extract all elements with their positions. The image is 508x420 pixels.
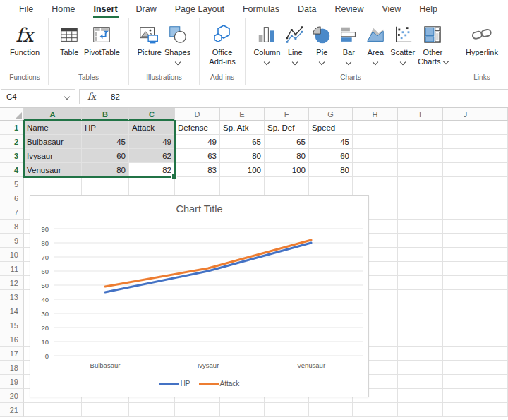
row-header-2[interactable]: 2 — [0, 135, 24, 149]
row-header-8[interactable]: 8 — [0, 220, 24, 234]
cell-K9[interactable] — [488, 234, 508, 248]
formula-input[interactable]: 82 — [104, 92, 120, 101]
cell-G5[interactable] — [309, 177, 353, 191]
cell-G21[interactable] — [309, 403, 353, 417]
ribbon-button-shapes[interactable]: Shapes — [163, 20, 192, 65]
row-header-3[interactable]: 3 — [0, 149, 24, 163]
cell-I6[interactable] — [398, 191, 443, 205]
chevron-down-icon[interactable] — [373, 59, 378, 64]
embedded-chart[interactable]: Chart Title 0102030405060708090Bulbasaur… — [30, 195, 369, 397]
cell-K8[interactable] — [488, 220, 508, 234]
cell-D2[interactable]: 49 — [175, 135, 220, 149]
ribbon-button-area[interactable]: Area — [362, 20, 389, 65]
cell-F4[interactable]: 100 — [265, 163, 309, 177]
cell-K7[interactable] — [488, 205, 508, 220]
ribbon-button-pivottable[interactable]: PivotTable — [83, 20, 121, 58]
chevron-down-icon[interactable] — [174, 59, 180, 64]
cell-I21[interactable] — [398, 403, 443, 417]
cell-J8[interactable] — [443, 220, 488, 234]
cell-K10[interactable] — [488, 248, 508, 262]
cell-E4[interactable]: 100 — [220, 163, 265, 177]
ribbon-button-line[interactable]: Line — [282, 20, 308, 65]
cell-K11[interactable] — [488, 262, 508, 276]
name-box[interactable]: C4 — [1, 89, 75, 104]
column-header-d[interactable]: D — [175, 108, 220, 121]
cell-I18[interactable] — [398, 361, 443, 375]
cell-J16[interactable] — [443, 332, 488, 347]
column-header-c[interactable]: C — [129, 108, 175, 121]
column-header-j[interactable]: J — [443, 108, 488, 121]
cell-I8[interactable] — [398, 220, 443, 234]
cell-C1[interactable]: Attack — [129, 121, 175, 135]
chevron-down-icon[interactable] — [346, 59, 351, 64]
cell-J10[interactable] — [443, 248, 488, 262]
cell-C3[interactable]: 62 — [129, 149, 175, 163]
cell-C21[interactable] — [129, 403, 175, 417]
cell-I14[interactable] — [398, 304, 443, 318]
cell-I12[interactable] — [398, 276, 443, 290]
cell-B3[interactable]: 60 — [82, 149, 129, 163]
row-header-17[interactable]: 17 — [0, 347, 24, 361]
row-header-1[interactable]: 1 — [0, 121, 24, 135]
tab-formulas[interactable]: Formulas — [234, 0, 289, 18]
cell-E2[interactable]: 65 — [220, 135, 265, 149]
cell-C2[interactable]: 49 — [129, 135, 175, 149]
fx-icon[interactable]: fx — [80, 90, 104, 104]
tab-view[interactable]: View — [373, 0, 410, 18]
tab-draw[interactable]: Draw — [127, 0, 166, 18]
cell-J4[interactable] — [443, 163, 488, 177]
cell-I2[interactable] — [398, 135, 443, 149]
row-header-6[interactable]: 6 — [0, 191, 24, 205]
cell-K1[interactable] — [488, 121, 508, 135]
tab-help[interactable]: Help — [410, 0, 447, 18]
cell-H5[interactable] — [353, 177, 398, 191]
cell-I9[interactable] — [398, 234, 443, 248]
cell-K18[interactable] — [488, 361, 508, 375]
row-header-18[interactable]: 18 — [0, 361, 24, 375]
ribbon-button-other-charts[interactable]: OtherCharts — [416, 20, 449, 66]
cell-G1[interactable]: Speed — [309, 121, 353, 135]
cell-C4[interactable]: 82 — [129, 163, 175, 177]
column-header-a[interactable]: A — [24, 108, 82, 121]
chevron-down-icon[interactable] — [292, 59, 298, 64]
cell-K16[interactable] — [488, 332, 508, 347]
cell-I16[interactable] — [398, 332, 443, 347]
cell-J21[interactable] — [443, 403, 488, 417]
cell-J15[interactable] — [443, 318, 488, 332]
cell-C5[interactable] — [129, 177, 175, 191]
cell-A5[interactable] — [24, 177, 82, 191]
chevron-down-icon[interactable] — [64, 93, 70, 99]
column-header-i[interactable]: I — [398, 108, 443, 121]
tab-data[interactable]: Data — [289, 0, 325, 18]
ribbon-button-table[interactable]: Table — [56, 20, 83, 58]
cell-J3[interactable] — [443, 149, 488, 163]
cell-K6[interactable] — [488, 191, 508, 205]
cell-F21[interactable] — [265, 403, 309, 417]
row-header-19[interactable]: 19 — [0, 375, 24, 389]
cell-A1[interactable]: Name — [24, 121, 82, 135]
cell-K13[interactable] — [488, 290, 508, 304]
row-header-11[interactable]: 11 — [0, 262, 24, 276]
cell-B5[interactable] — [82, 177, 129, 191]
cell-J18[interactable] — [443, 361, 488, 375]
cell-H1[interactable] — [353, 121, 398, 135]
cell-J7[interactable] — [443, 205, 488, 220]
cell-A2[interactable]: Bulbasaur — [24, 135, 82, 149]
cell-E1[interactable]: Sp. Atk — [220, 121, 265, 135]
row-header-5[interactable]: 5 — [0, 177, 24, 191]
ribbon-button-scatter[interactable]: Scatter — [389, 20, 416, 65]
tab-review[interactable]: Review — [325, 0, 373, 18]
cell-I20[interactable] — [398, 389, 443, 403]
cell-A3[interactable]: Ivysaur — [24, 149, 82, 163]
cell-I4[interactable] — [398, 163, 443, 177]
cell-I3[interactable] — [398, 149, 443, 163]
ribbon-button-column[interactable]: Column — [252, 20, 282, 65]
row-header-13[interactable]: 13 — [0, 290, 24, 304]
cell-H2[interactable] — [353, 135, 398, 149]
cell-J20[interactable] — [443, 389, 488, 403]
cell-G4[interactable]: 80 — [309, 163, 353, 177]
cell-J19[interactable] — [443, 375, 488, 389]
column-header-h[interactable]: H — [353, 108, 398, 121]
cell-K20[interactable] — [488, 389, 508, 403]
cell-K21[interactable] — [488, 403, 508, 417]
